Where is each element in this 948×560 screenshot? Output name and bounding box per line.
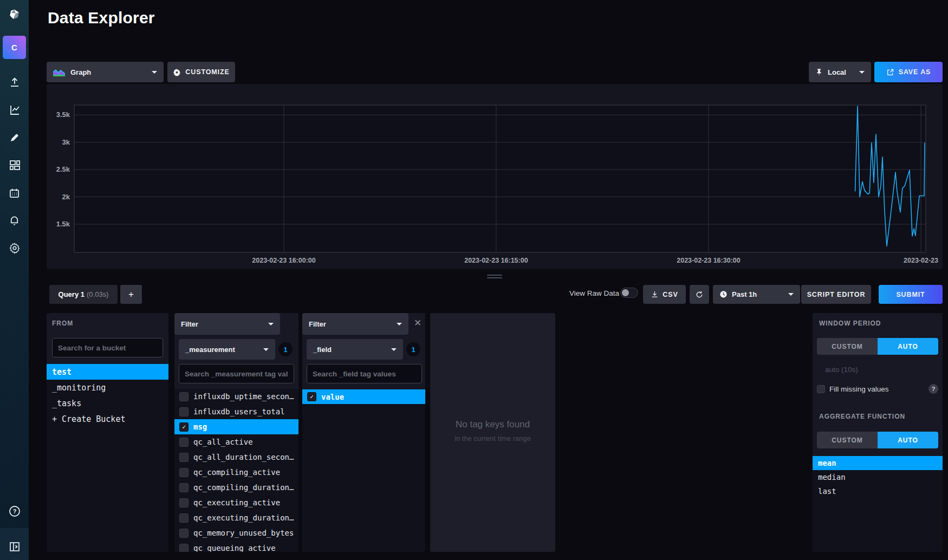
checkbox-icon: [179, 407, 189, 416]
measurement-item[interactable]: influxdb_uptime_secon…: [174, 389, 298, 404]
time-range-label: Past 1h: [732, 290, 757, 298]
svg-text:3k: 3k: [62, 138, 70, 146]
no-tag-keys-submessage: in the current time range: [430, 434, 555, 442]
page-title: Data Explorer: [48, 9, 155, 27]
graph-panel: 3.5k3k2.5k2k1.5k2023-02-23 16:00:002023-…: [47, 84, 943, 269]
checkbox-icon: [179, 483, 189, 492]
gear-icon: [9, 242, 21, 254]
field-item-value[interactable]: ✓ value: [302, 389, 425, 404]
window-custom-button[interactable]: CUSTOM: [817, 338, 878, 355]
org-avatar[interactable]: C: [3, 36, 26, 59]
customize-button[interactable]: CUSTOMIZE: [167, 62, 235, 82]
bucket-item-monitoring[interactable]: _monitoring: [47, 380, 168, 395]
local-dropdown[interactable]: Local: [809, 62, 871, 82]
local-label: Local: [828, 68, 846, 76]
aggregate-auto-button[interactable]: AUTO: [878, 432, 938, 448]
bucket-item-tasks[interactable]: _tasks: [47, 395, 168, 411]
measurement-item[interactable]: qc_all_active: [174, 434, 298, 450]
submit-button[interactable]: SUBMIT: [879, 285, 943, 304]
checkbox-checked-icon: ✓: [307, 392, 316, 401]
sidebar-item-tasks[interactable]: [0, 181, 29, 205]
script-editor-button[interactable]: SCRIPT EDITOR: [801, 285, 871, 304]
filter1-type-dropdown[interactable]: Filter: [174, 313, 280, 335]
pin-icon: [815, 68, 823, 76]
field-list: ✓ value: [302, 389, 425, 552]
time-range-dropdown[interactable]: Past 1h: [713, 285, 800, 304]
sidebar-item-alerts[interactable]: [0, 209, 29, 232]
measurement-item[interactable]: qc_all_duration_secon…: [174, 450, 298, 465]
measurement-item[interactable]: qc_executing_active: [174, 495, 298, 510]
filter2-type-dropdown[interactable]: Filter: [302, 313, 408, 335]
bucket-item-test[interactable]: test: [47, 364, 168, 380]
from-panel: FROM test _monitoring _tasks + Create Bu…: [47, 313, 168, 552]
measurement-item[interactable]: qc_compiling_duration…: [174, 480, 298, 495]
sidebar-item-notebooks[interactable]: [0, 126, 29, 149]
window-period-toggle: CUSTOM AUTO: [817, 338, 938, 355]
measurement-item[interactable]: qc_compiling_active: [174, 465, 298, 480]
sidebar-footer: [0, 528, 29, 560]
bell-icon: [9, 215, 20, 226]
sidebar-item-settings[interactable]: [0, 236, 29, 260]
measurement-key-dropdown[interactable]: _measurement: [179, 339, 275, 360]
add-query-button[interactable]: +: [120, 285, 142, 304]
window-auto-button[interactable]: AUTO: [878, 338, 938, 355]
remove-filter-button[interactable]: ✕: [412, 317, 424, 329]
window-auto-value: auto (10s): [825, 366, 858, 374]
query-tab-label: Query 1: [59, 290, 85, 298]
aggregate-item-mean[interactable]: mean: [813, 456, 943, 470]
bucket-search-input[interactable]: [52, 338, 163, 357]
view-type-label: Graph: [70, 68, 91, 76]
field-search-input[interactable]: [307, 364, 422, 383]
create-bucket-button[interactable]: + Create Bucket: [47, 411, 168, 427]
sidebar-item-help[interactable]: ?: [0, 499, 29, 523]
svg-text:2023-02-23 16:30:00: 2023-02-23 16:30:00: [677, 257, 740, 264]
measurement-filter-panel: Filter _measurement 1 influxdb_uptime_se…: [174, 313, 298, 552]
plus-icon: +: [128, 289, 134, 300]
time-series-chart[interactable]: 3.5k3k2.5k2k1.5k2023-02-23 16:00:002023-…: [47, 84, 943, 269]
sidebar-expand-button[interactable]: [0, 535, 29, 558]
view-raw-data-toggle[interactable]: [620, 288, 638, 298]
field-key-dropdown[interactable]: _field: [307, 339, 403, 360]
fill-missing-values-row: Fill missing values: [817, 385, 889, 393]
measurement-item[interactable]: qc_queueing_active: [174, 541, 298, 552]
aggregate-item-median[interactable]: median: [813, 470, 943, 484]
influxdb-logo[interactable]: [0, 4, 29, 26]
graph-type-icon: [53, 68, 65, 76]
sidebar-item-load-data[interactable]: [0, 70, 29, 94]
refresh-button[interactable]: [690, 285, 709, 304]
measurement-list: influxdb_uptime_secon…influxdb_users_tot…: [174, 389, 298, 552]
aggregate-function-title: AGGREGATE FUNCTION: [819, 413, 905, 420]
svg-text:2k: 2k: [62, 193, 70, 201]
checkbox-icon: [179, 438, 189, 447]
measurement-count-badge: 1: [278, 342, 293, 356]
query-tab[interactable]: Query 1 (0.03s): [49, 285, 118, 304]
csv-download-button[interactable]: CSV: [643, 285, 686, 304]
chevron-down-icon: [391, 348, 397, 351]
clock-icon: [719, 290, 728, 298]
resize-handle[interactable]: [487, 275, 502, 278]
window-period-panel: WINDOW PERIOD CUSTOM AUTO auto (10s) Fil…: [813, 313, 943, 552]
data-explorer-page: C: [0, 0, 948, 560]
fill-missing-values-checkbox[interactable]: [817, 385, 825, 393]
checkbox-icon: [179, 544, 189, 552]
sidebar-item-dashboards[interactable]: [0, 153, 29, 177]
measurement-item[interactable]: influxdb_users_total: [174, 404, 298, 419]
measurement-search-input[interactable]: [179, 364, 294, 383]
fill-help-button[interactable]: ?: [928, 384, 938, 394]
fill-missing-values-label: Fill missing values: [829, 385, 889, 393]
measurement-item[interactable]: ✓msg: [174, 419, 298, 434]
measurement-item[interactable]: qc_executing_duration…: [174, 510, 298, 525]
sidebar-item-data-explorer[interactable]: [0, 98, 29, 122]
checkbox-icon: [179, 392, 189, 401]
aggregate-custom-button[interactable]: CUSTOM: [817, 432, 878, 448]
save-as-button[interactable]: SAVE AS: [874, 62, 943, 82]
measurement-item[interactable]: qc_memory_unused_bytes: [174, 525, 298, 541]
checkbox-icon: [179, 529, 189, 538]
influxdb-logo-icon: [8, 9, 21, 22]
query-tab-time: (0.03s): [87, 290, 108, 298]
csv-label: CSV: [663, 291, 678, 298]
view-type-dropdown[interactable]: Graph: [47, 62, 164, 82]
checkbox-checked-icon: ✓: [179, 422, 189, 432]
aggregate-item-last[interactable]: last: [813, 484, 943, 498]
chevron-down-icon: [859, 71, 865, 74]
